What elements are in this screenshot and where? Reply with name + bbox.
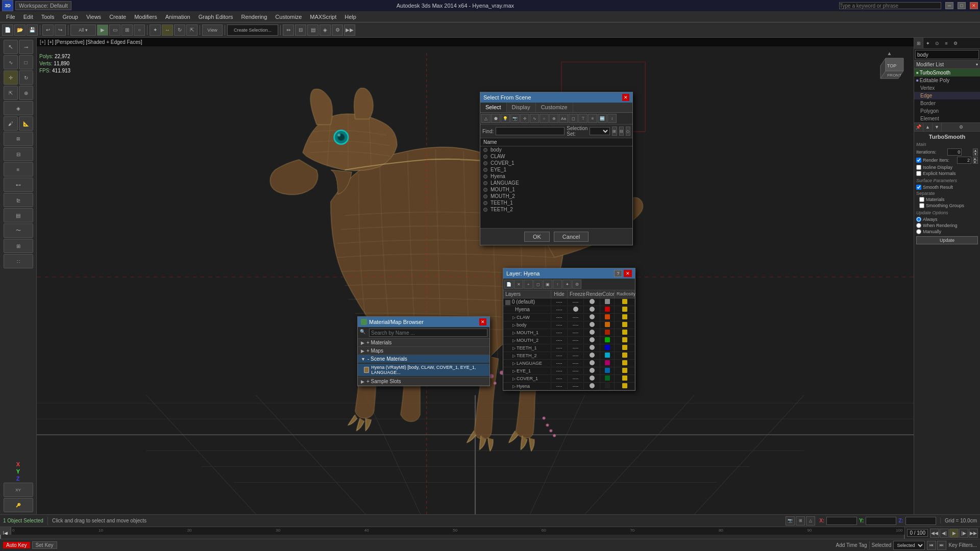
sel-tb-ancestors[interactable]: ⊤ [578, 114, 587, 123]
select-btn[interactable]: ▶ [97, 24, 108, 36]
app-logo[interactable]: 3D [2, 0, 13, 11]
render-iters-up[interactable]: ▲ [973, 157, 978, 160]
menu-views[interactable]: Views [82, 13, 105, 21]
list-item-body[interactable]: body [480, 146, 632, 153]
iterations-down[interactable]: ▼ [973, 152, 978, 156]
always-radio[interactable] [916, 217, 921, 222]
mirror-btn[interactable]: ⇔ [283, 24, 294, 36]
list-item-mouth1[interactable]: MOUTH_1 [480, 186, 632, 193]
render-btn[interactable]: ▶▶ [344, 24, 355, 36]
disp-btn2[interactable]: ⊞ [796, 516, 805, 525]
time-slider[interactable]: |◀ 0102030405060708090100 [0, 527, 905, 539]
menu-animation[interactable]: Animation [161, 13, 194, 21]
mat-browser-close-btn[interactable]: ✕ [479, 318, 486, 325]
layer-row-eye1[interactable]: ▷EYE_1 ---- ---- [503, 367, 635, 375]
modifier-border[interactable]: Border [914, 99, 980, 107]
menu-rendering[interactable]: Rendering [237, 13, 272, 21]
menu-create[interactable]: Create [105, 13, 130, 21]
modifier-polygon[interactable]: Polygon [914, 107, 980, 115]
panel-icon-1[interactable]: ⊞ [914, 38, 923, 49]
frame-counter[interactable]: 0 / 100 [907, 529, 928, 537]
modifier-edge[interactable]: Edge [914, 92, 980, 99]
schematic2[interactable]: ⊞ [4, 239, 33, 253]
viewport-plus-btn[interactable]: [+] [40, 39, 45, 45]
layer-close-btn[interactable]: ✕ [624, 270, 632, 277]
panel-icon-3[interactable]: ⊙ [933, 38, 942, 49]
minimize-button[interactable]: ─ [945, 2, 953, 9]
new-scene-btn[interactable]: 📄 [2, 24, 13, 36]
layer-tb-new[interactable]: 📄 [504, 280, 513, 289]
sel-tb-lights[interactable]: 💡 [501, 114, 510, 123]
menu-maxscript[interactable]: MAXScript [306, 13, 340, 21]
smooth-result-checkbox[interactable] [916, 185, 921, 190]
key-filters-link[interactable]: Key Filters... [948, 542, 977, 548]
layer-row-mouth2[interactable]: ▷MOUTH_2 ---- ---- [503, 337, 635, 344]
select-filter-dropdown[interactable]: All ▾ [70, 24, 96, 36]
render-iters-checkbox[interactable] [916, 158, 921, 163]
auto-key-btn[interactable]: Auto Key [3, 542, 30, 548]
modifier-vertex[interactable]: Vertex [914, 84, 980, 92]
sel-tb-cameras[interactable]: 📷 [510, 114, 520, 123]
layer-row-cover1[interactable]: ▷COVER_1 ---- ---- [503, 375, 635, 383]
mat-browser-titlebar[interactable]: Material/Map Browser ✕ [358, 317, 489, 327]
layer-tb-select-obj[interactable]: ◻ [533, 280, 543, 289]
play-btn[interactable]: ▶ [949, 529, 959, 538]
smart-select[interactable]: ◈ [4, 101, 33, 115]
mat-maps-header[interactable]: ▶ + Maps [358, 347, 489, 355]
layer-row-teeth2[interactable]: ▷TEETH_2 ---- ---- [503, 352, 635, 360]
scale-tool[interactable]: ⇱ [4, 86, 18, 100]
sel-tb-all[interactable]: ◻ [569, 114, 578, 123]
normal-align[interactable]: ⊵ [4, 193, 33, 207]
layer-tb-add[interactable]: + [524, 280, 533, 289]
select-list[interactable]: body CLAW COVER_1 EYE_1 Hyena LANGUAGE M… [480, 146, 632, 228]
set-key-btn[interactable]: Set Key [32, 541, 57, 549]
lasso-btn[interactable]: ○ [134, 24, 145, 36]
key-filter-btn2[interactable]: ⏭ [937, 541, 946, 550]
search-input[interactable] [840, 3, 941, 9]
selection-filter[interactable]: □ [19, 55, 33, 69]
key-mode-dropdown[interactable]: Selected [893, 541, 925, 550]
modifier-element[interactable]: Element [914, 115, 980, 122]
menu-tools[interactable]: Tools [37, 13, 59, 21]
menu-help[interactable]: Help [340, 13, 360, 21]
sel-tb-sort-type[interactable]: ↕ [607, 114, 617, 123]
key-mode[interactable]: 🔑 [4, 498, 33, 512]
play-backward-btn[interactable]: ◀◀ [930, 529, 939, 538]
select-move-btn[interactable]: ↔ [162, 24, 173, 36]
isoline-checkbox[interactable] [916, 165, 921, 170]
disp-btn3[interactable]: △ [806, 516, 815, 525]
layer-tb-up[interactable]: ↑ [553, 280, 562, 289]
layer-tool[interactable]: ▤ [4, 208, 33, 222]
material-editor-btn[interactable]: ◈ [320, 24, 331, 36]
list-item-claw[interactable]: CLAW [480, 153, 632, 160]
when-rendering-radio[interactable] [916, 223, 921, 228]
close-button[interactable]: ✕ [970, 2, 978, 9]
select-ok-btn[interactable]: OK [524, 232, 550, 242]
sel-set-btn2[interactable]: ⊟ [619, 127, 624, 136]
menu-group[interactable]: Group [58, 13, 82, 21]
list-item-teeth1[interactable]: TEETH_1 [480, 199, 632, 206]
update-button[interactable]: Update [916, 236, 978, 244]
list-item-teeth2[interactable]: TEETH_2 [480, 206, 632, 213]
object-search-input[interactable] [915, 50, 979, 59]
viewcube[interactable]: TOP FRONT ▲ [870, 53, 909, 91]
panel-icon-4[interactable]: ≡ [942, 38, 951, 49]
menu-edit[interactable]: Edit [19, 13, 37, 21]
list-item-eye1[interactable]: EYE_1 [480, 166, 632, 173]
layer-row-body[interactable]: ▷body ---- ---- [503, 321, 635, 329]
layer-manager-btn[interactable]: ▤ [307, 24, 318, 36]
align-btn[interactable]: ⊟ [295, 24, 306, 36]
mod-nav-pin[interactable]: 📌 [914, 123, 923, 131]
z-coord-input[interactable] [905, 517, 936, 525]
layer-dialog-titlebar[interactable]: Layer: Hyena ? ✕ [503, 268, 635, 279]
curve-editor[interactable]: 〜 [4, 223, 33, 238]
mat-materials-header[interactable]: ▶ + Materials [358, 339, 489, 346]
layer-row-hyena[interactable]: Hyena ---- [503, 306, 635, 314]
modifier-turbos[interactable]: ■ TurboSmooth [914, 69, 980, 77]
cursor-tool[interactable]: ↖ [4, 40, 18, 54]
sel-tb-none[interactable]: ○ [540, 114, 549, 123]
panel-icon-5[interactable]: ⚙ [951, 38, 960, 49]
layer-row-mouth1[interactable]: ▷MOUTH_1 ---- ---- [503, 329, 635, 337]
window-crossing-btn[interactable]: ⊞ [121, 24, 133, 36]
prev-frame-btn[interactable]: ◀| [940, 529, 949, 538]
